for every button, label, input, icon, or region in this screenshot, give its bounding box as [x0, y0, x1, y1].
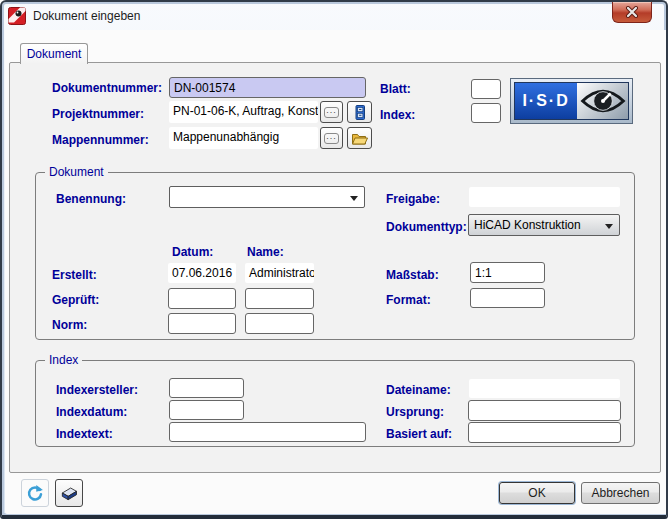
ellipsis-icon: ...: [324, 107, 339, 118]
mappennummer-label: Mappennummer:: [52, 133, 149, 147]
blatt-input[interactable]: [471, 79, 501, 99]
geprueft-datum-input[interactable]: [168, 288, 236, 309]
ursprung-label: Ursprung:: [386, 405, 444, 419]
eraser-button[interactable]: [55, 479, 83, 507]
geprueft-name-input[interactable]: [245, 288, 314, 309]
refresh-icon: [25, 483, 45, 503]
norm-label: Norm:: [52, 318, 87, 332]
eye-icon: [577, 83, 628, 119]
benennung-label: Benennung:: [56, 192, 126, 206]
blatt-label: Blatt:: [380, 82, 411, 96]
window-title: Dokument eingeben: [33, 9, 140, 23]
basiert-auf-input[interactable]: [468, 422, 621, 443]
refresh-button[interactable]: [21, 479, 49, 507]
maszstab-label: Maßstab:: [386, 268, 439, 282]
name-column-header: Name:: [247, 245, 284, 259]
chevron-down-icon: [350, 196, 358, 201]
indexdatum-label: Indexdatum:: [56, 405, 127, 419]
ursprung-input[interactable]: [468, 400, 621, 421]
datum-column-header: Datum:: [172, 245, 213, 259]
index-input[interactable]: [471, 103, 501, 123]
dokumenttyp-value: HiCAD Konstruktion: [474, 218, 581, 232]
dokument-eingeben-dialog: Dokument eingeben Dokument Dokumentnumme…: [0, 0, 668, 519]
index-group-title: Index: [45, 353, 82, 367]
geprueft-label: Geprüft:: [52, 293, 99, 307]
mappennummer-folder-button[interactable]: [347, 127, 372, 149]
projektnummer-label: Projektnummer:: [52, 107, 144, 121]
projektnummer-browse-button[interactable]: ...: [320, 101, 343, 123]
norm-datum-input[interactable]: [168, 313, 236, 334]
basiert-auf-label: Basiert auf:: [386, 427, 452, 441]
mappennummer-browse-button[interactable]: ...: [320, 127, 343, 149]
format-label: Format:: [386, 293, 431, 307]
format-input[interactable]: [470, 288, 545, 308]
tab-dokument[interactable]: Dokument: [20, 43, 88, 64]
folder-icon: [351, 131, 368, 146]
indextext-label: Indextext:: [56, 427, 113, 441]
indexersteller-label: Indexersteller:: [56, 383, 138, 397]
ok-button[interactable]: OK: [499, 482, 575, 504]
projektnummer-database-button[interactable]: [347, 101, 372, 123]
dateiname-value: [469, 379, 620, 398]
norm-name-input[interactable]: [245, 313, 314, 334]
mappennummer-value: Mappenunabhängig: [169, 127, 318, 149]
dateiname-label: Dateiname:: [386, 383, 451, 397]
erstellt-label: Erstellt:: [52, 268, 97, 282]
isd-logo: I·S·D: [510, 78, 633, 124]
index-label: Index:: [380, 108, 415, 122]
dokumentnummer-input[interactable]: [169, 77, 366, 98]
isd-logo-text: I·S·D: [515, 83, 577, 119]
freigabe-label: Freigabe:: [386, 192, 440, 206]
title-bar: Dokument eingeben: [2, 2, 666, 30]
freigabe-value: [469, 187, 620, 207]
dokumenttyp-label: Dokumenttyp:: [386, 220, 467, 234]
cancel-button[interactable]: Abbrechen: [581, 482, 660, 504]
indextext-input[interactable]: [169, 422, 366, 442]
app-icon: [8, 7, 26, 25]
erstellt-datum-value: 07.06.2016: [168, 263, 236, 283]
isd-logo-inner: I·S·D: [514, 82, 629, 120]
indexersteller-input[interactable]: [169, 378, 244, 398]
chevron-down-icon: [605, 224, 613, 229]
close-button[interactable]: [612, 2, 652, 23]
maszstab-input[interactable]: [470, 262, 545, 283]
dokument-group-title: Dokument: [45, 165, 108, 179]
file-cabinet-icon: [352, 104, 368, 121]
dokumenttyp-combobox[interactable]: HiCAD Konstruktion: [468, 214, 620, 236]
indexdatum-input[interactable]: [169, 400, 244, 420]
dokumentnummer-label: Dokumentnummer:: [52, 81, 162, 95]
eraser-icon: [59, 483, 79, 503]
ellipsis-icon: ...: [324, 133, 339, 144]
benennung-combobox[interactable]: [169, 186, 365, 208]
erstellt-name-value: Administrator: [245, 263, 314, 283]
close-icon: [613, 6, 651, 18]
projektnummer-value: PN-01-06-K, Auftrag, Konstru: [169, 101, 318, 123]
